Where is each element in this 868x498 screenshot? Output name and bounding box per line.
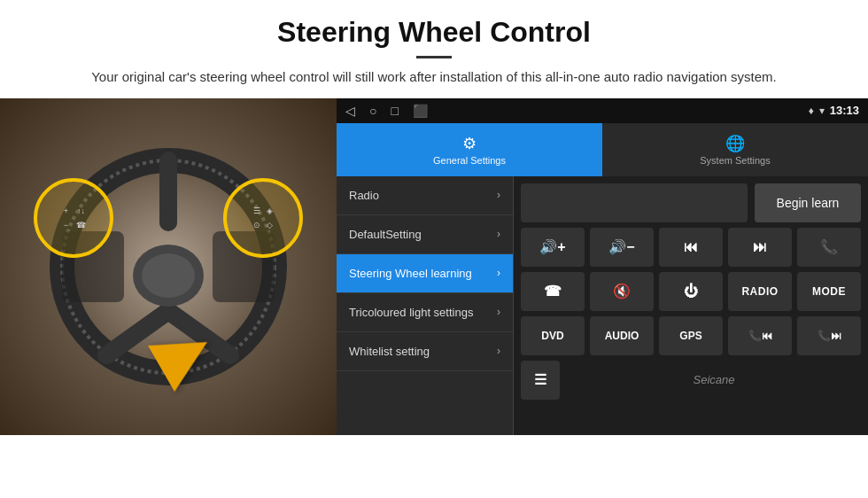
track-icon: ↑↓ (74, 205, 88, 217)
nav-buttons: ◁ ○ □ ⬛ (345, 104, 428, 118)
volume-up-button[interactable]: 🔊+ (521, 228, 585, 267)
chevron-icon: › (497, 228, 500, 240)
settings-tabs: ⚙ General Settings 🌐 System Settings (337, 123, 868, 176)
status-time: 13:13 (830, 104, 859, 117)
circle-highlight-left: + ↑↓ − ☎ (34, 178, 113, 258)
tab-system-settings[interactable]: 🌐 System Settings (602, 123, 868, 176)
hang-up-button[interactable]: ☎ (521, 272, 585, 311)
car-background: + ↑↓ − ☎ ☰ ◈ ⊙ ◇ (0, 98, 337, 435)
title-divider (416, 56, 452, 58)
general-settings-label: General Settings (433, 155, 506, 166)
begin-learn-row: Begin learn (521, 183, 861, 222)
right-control-panel: Begin learn 🔊+ 🔊− ⏮ ⏭ 📞 ☎ 🔇 ⏻ RADIO MODE (514, 176, 868, 435)
content-area: + ↑↓ − ☎ ☰ ◈ ⊙ ◇ (0, 98, 868, 435)
vol-ctrl-icon: ◈ (264, 205, 275, 217)
menu-item-radio-label: Radio (349, 189, 497, 202)
seicane-watermark: Seicane (567, 373, 861, 386)
chevron-icon: › (497, 345, 500, 357)
radio-button[interactable]: RADIO (728, 272, 792, 311)
chevron-icon: › (497, 306, 500, 318)
system-settings-icon: 🌐 (725, 134, 745, 153)
vol-down-icon: − (59, 219, 73, 231)
menu-icon: ☰ (252, 205, 262, 217)
controls-row-2: ☎ 🔇 ⏻ RADIO MODE (521, 272, 861, 311)
location-icon: ♦ (809, 105, 814, 117)
main-content: Radio › DefaultSetting › Steering Wheel … (337, 176, 868, 435)
mode-icon: ⊙ (252, 219, 262, 231)
controls-row-1: 🔊+ 🔊− ⏮ ⏭ 📞 (521, 228, 861, 267)
chevron-icon: › (497, 189, 500, 201)
svg-point-6 (142, 253, 195, 298)
back-nav-icon[interactable]: ◁ (345, 104, 355, 118)
home-nav-icon[interactable]: ○ (369, 104, 376, 118)
screenshot-nav-icon[interactable]: ⬛ (413, 104, 428, 118)
menu-item-default-label: DefaultSetting (349, 228, 497, 241)
menu-item-tricoloured-label: Tricoloured light settings (349, 306, 497, 319)
menu-item-steering-label: Steering Wheel learning (349, 267, 497, 280)
prev-track-button[interactable]: ⏮ (659, 228, 723, 267)
circle-highlight-right: ☰ ◈ ⊙ ◇ (223, 178, 303, 258)
call-prev-button[interactable]: 📞⏮ (728, 316, 792, 355)
mute-button[interactable]: 🔇 (590, 272, 654, 311)
system-settings-label: System Settings (700, 155, 770, 166)
android-ui-panel: ◁ ○ □ ⬛ ♦ ▾ 13:13 ⚙ General Settings 🌐 S… (337, 98, 868, 435)
chevron-icon-active: › (497, 267, 500, 279)
menu-item-whitelist-label: Whitelist setting (349, 345, 497, 358)
power-icon: ◇ (264, 219, 275, 231)
page-title: Steering Wheel Control (53, 16, 815, 49)
general-settings-icon: ⚙ (462, 134, 477, 153)
menu-item-default-setting[interactable]: DefaultSetting › (337, 215, 513, 254)
call-button[interactable]: 📞 (797, 228, 861, 267)
volume-down-button[interactable]: 🔊− (590, 228, 654, 267)
call-next-button[interactable]: 📞⏭ (797, 316, 861, 355)
menu-list: Radio › DefaultSetting › Steering Wheel … (337, 176, 514, 435)
controls-row-3: DVD AUDIO GPS 📞⏮ 📞⏭ (521, 316, 861, 355)
audio-button[interactable]: AUDIO (590, 316, 654, 355)
list-icon-button[interactable]: ☰ (521, 361, 560, 400)
menu-item-whitelist[interactable]: Whitelist setting › (337, 332, 513, 371)
status-icons-area: ♦ ▾ 13:13 (809, 104, 859, 117)
header-section: Steering Wheel Control Your original car… (0, 0, 868, 98)
menu-item-steering-wheel[interactable]: Steering Wheel learning › (337, 254, 513, 293)
vol-up-icon: + (59, 205, 73, 217)
right-button-grid: ☰ ◈ ⊙ ◇ (252, 205, 275, 231)
status-bar: ◁ ○ □ ⬛ ♦ ▾ 13:13 (337, 98, 868, 123)
dvd-button[interactable]: DVD (521, 316, 585, 355)
menu-item-radio[interactable]: Radio › (337, 176, 513, 215)
left-button-grid: + ↑↓ − ☎ (59, 205, 88, 231)
power-button[interactable]: ⏻ (659, 272, 723, 311)
recents-nav-icon[interactable]: □ (391, 104, 398, 118)
arrow-shape (148, 319, 221, 392)
tab-general-settings[interactable]: ⚙ General Settings (337, 123, 602, 176)
signal-icon: ▾ (819, 105, 825, 117)
subtitle-text: Your original car's steering wheel contr… (53, 67, 815, 88)
bottom-icon-row: ☰ Seicane (521, 361, 861, 400)
menu-item-tricoloured[interactable]: Tricoloured light settings › (337, 293, 513, 332)
arrow-indicator (158, 329, 211, 382)
gps-button[interactable]: GPS (659, 316, 723, 355)
next-track-button[interactable]: ⏭ (728, 228, 792, 267)
car-image-area: + ↑↓ − ☎ ☰ ◈ ⊙ ◇ (0, 98, 337, 435)
call-icon: ☎ (74, 219, 88, 231)
begin-learn-button[interactable]: Begin learn (755, 183, 861, 222)
learn-input-field[interactable] (521, 183, 748, 222)
mode-button[interactable]: MODE (797, 272, 861, 311)
